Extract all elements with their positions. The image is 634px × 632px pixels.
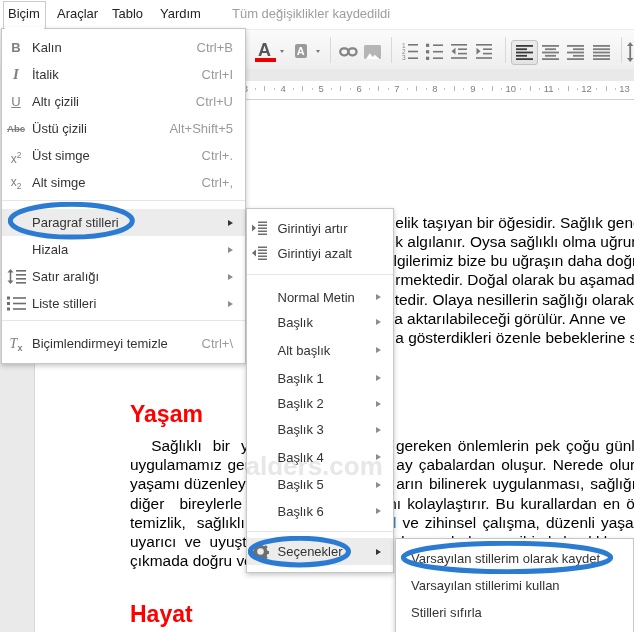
svg-text:3: 3	[402, 54, 406, 60]
